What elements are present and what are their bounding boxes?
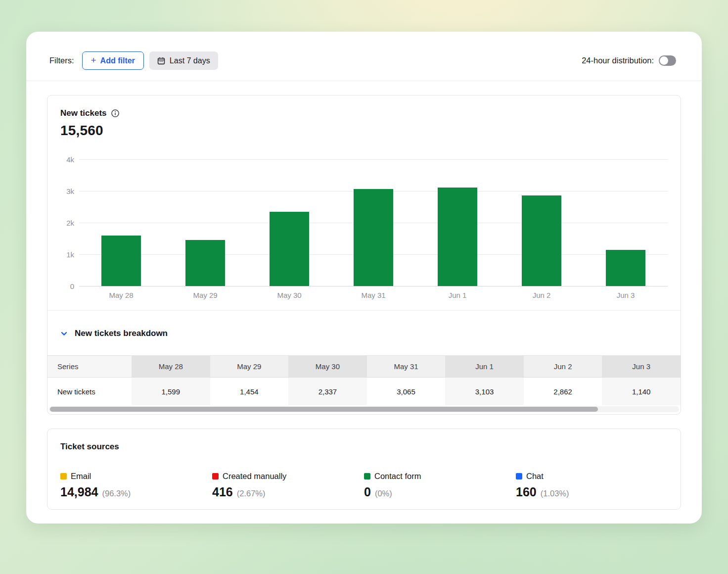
bar-jun-1[interactable]: [438, 188, 477, 286]
filters-label: Filters:: [49, 56, 74, 65]
source-value: 160: [516, 485, 537, 499]
plus-icon: +: [91, 55, 96, 65]
x-axis-baseline: [79, 286, 668, 287]
source-value-row: 160(1.03%): [516, 485, 668, 499]
bar-column: [415, 159, 500, 286]
toggle-knob: [660, 56, 668, 65]
x-tick-label: May 30: [247, 291, 331, 299]
ticket-sources-panel: Ticket sources Email14,984(96.3%)Created…: [47, 429, 681, 510]
source-item: Chat160(1.03%): [516, 472, 668, 499]
y-tick-label: 4k: [66, 155, 74, 164]
bar-column: [500, 159, 584, 286]
source-label-row: Chat: [516, 472, 668, 481]
x-axis-labels: May 28May 29May 30May 31Jun 1Jun 2Jun 3: [79, 291, 668, 299]
bar-column: [331, 159, 415, 286]
table-header-cell: May 31: [367, 356, 446, 378]
table-header-cell: May 28: [132, 356, 210, 378]
source-label: Email: [71, 472, 91, 481]
table-value-cell: 1,599: [132, 378, 210, 405]
table-value-cell: 3,065: [367, 378, 446, 405]
x-tick-label: May 28: [79, 291, 163, 299]
breakdown-table: SeriesMay 28May 29May 30May 31Jun 1Jun 2…: [47, 355, 681, 405]
source-percent: (96.3%): [102, 489, 131, 498]
breakdown-section-toggle[interactable]: New tickets breakdown: [47, 311, 681, 355]
new-tickets-bar-chart: 4k3k2k1k0: [47, 159, 681, 286]
table-header-cell: Series: [47, 356, 132, 378]
total-new-tickets: 15,560: [60, 123, 668, 139]
sources-grid: Email14,984(96.3%)Created manually416(2.…: [60, 472, 668, 499]
x-tick-label: May 29: [163, 291, 247, 299]
source-item: Contact form0(0%): [364, 472, 516, 499]
table-value-cell: 2,862: [524, 378, 602, 405]
chart-plot-area: [79, 159, 668, 286]
x-tick-label: Jun 2: [500, 291, 584, 299]
source-label: Chat: [526, 472, 544, 481]
table-row-label: New tickets: [47, 378, 132, 405]
source-value: 416: [212, 485, 233, 499]
table-header-cell: May 29: [210, 356, 289, 378]
dashboard-card: Filters: + Add filter Last 7 days 24-hou…: [26, 32, 702, 524]
table-header-cell: Jun 3: [602, 356, 681, 378]
bar-may-29[interactable]: [185, 240, 225, 286]
table-header-cell: May 30: [288, 356, 367, 378]
bar-column: [584, 159, 668, 286]
x-tick-label: Jun 1: [415, 291, 500, 299]
source-label: Created manually: [223, 472, 286, 481]
table-value-cell: 1,140: [602, 378, 681, 405]
source-item: Created manually416(2.67%): [212, 472, 364, 499]
bar-may-31[interactable]: [354, 189, 393, 286]
legend-swatch-icon: [364, 473, 370, 479]
info-icon[interactable]: [111, 109, 120, 118]
source-value-row: 14,984(96.3%): [60, 485, 212, 499]
bar-column: [79, 159, 163, 286]
source-label-row: Created manually: [212, 472, 364, 481]
add-filter-label: Add filter: [100, 56, 135, 65]
calendar-icon: [157, 57, 165, 65]
source-item: Email14,984(96.3%): [60, 472, 212, 499]
source-value-row: 416(2.67%): [212, 485, 364, 499]
y-tick-label: 0: [70, 282, 74, 290]
x-tick-label: Jun 3: [584, 291, 668, 299]
scrollbar-thumb[interactable]: [50, 407, 598, 412]
bars-container: [79, 159, 668, 286]
date-range-label: Last 7 days: [170, 56, 210, 65]
distribution-toggle-label: 24-hour distribution:: [582, 56, 654, 65]
source-percent: (0%): [375, 489, 392, 498]
table-header-cell: Jun 1: [445, 356, 524, 378]
x-tick-label: May 31: [331, 291, 415, 299]
bar-column: [247, 159, 331, 286]
sources-title: Ticket sources: [60, 442, 119, 451]
bar-may-28[interactable]: [101, 236, 141, 286]
bar-may-30[interactable]: [270, 212, 309, 286]
divider: [26, 81, 702, 81]
horizontal-scrollbar[interactable]: [49, 406, 679, 412]
y-tick-label: 2k: [66, 219, 74, 227]
legend-swatch-icon: [212, 473, 219, 479]
table-header-cell: Jun 2: [524, 356, 602, 378]
legend-swatch-icon: [516, 473, 522, 479]
24h-distribution-toggle[interactable]: [659, 55, 676, 66]
y-tick-label: 1k: [66, 250, 74, 259]
source-percent: (2.67%): [237, 489, 266, 498]
bar-column: [163, 159, 247, 286]
table-value-cell: 1,454: [210, 378, 289, 405]
panel-title: New tickets: [60, 108, 107, 118]
y-tick-label: 3k: [66, 187, 74, 195]
source-percent: (1.03%): [541, 489, 569, 498]
filter-bar: Filters: + Add filter Last 7 days 24-hou…: [26, 32, 702, 81]
bar-jun-3[interactable]: [606, 250, 645, 286]
source-label: Contact form: [374, 472, 421, 481]
bar-jun-2[interactable]: [522, 195, 561, 286]
breakdown-title: New tickets breakdown: [75, 329, 168, 338]
add-filter-button[interactable]: + Add filter: [82, 51, 144, 70]
date-range-button[interactable]: Last 7 days: [149, 51, 218, 70]
table-value-cell: 3,103: [445, 378, 524, 405]
legend-swatch-icon: [60, 473, 67, 479]
source-value-row: 0(0%): [364, 485, 516, 499]
chevron-down-icon[interactable]: [60, 330, 68, 337]
source-value: 0: [364, 485, 371, 499]
y-axis: 4k3k2k1k0: [53, 159, 79, 286]
source-label-row: Contact form: [364, 472, 516, 481]
source-value: 14,984: [60, 485, 98, 499]
table-value-cell: 2,337: [288, 378, 367, 405]
